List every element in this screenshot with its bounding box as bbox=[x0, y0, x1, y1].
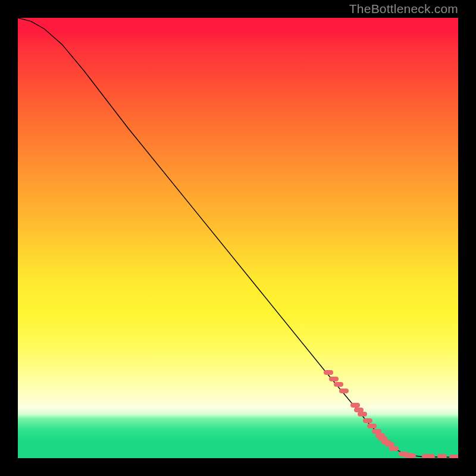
data-point bbox=[367, 424, 377, 428]
data-point bbox=[453, 455, 458, 458]
data-point bbox=[329, 377, 339, 381]
data-point bbox=[389, 446, 399, 451]
data-point bbox=[358, 412, 367, 416]
curve-line bbox=[18, 18, 458, 458]
data-point bbox=[339, 389, 349, 393]
curve-svg bbox=[18, 18, 458, 458]
data-point bbox=[363, 418, 372, 423]
data-point bbox=[334, 382, 343, 387]
data-point bbox=[406, 453, 416, 458]
chart-area bbox=[18, 18, 458, 458]
data-point bbox=[324, 370, 333, 375]
data-point bbox=[425, 454, 435, 458]
attribution-text: TheBottleneck.com bbox=[349, 2, 458, 16]
data-point bbox=[437, 454, 447, 458]
